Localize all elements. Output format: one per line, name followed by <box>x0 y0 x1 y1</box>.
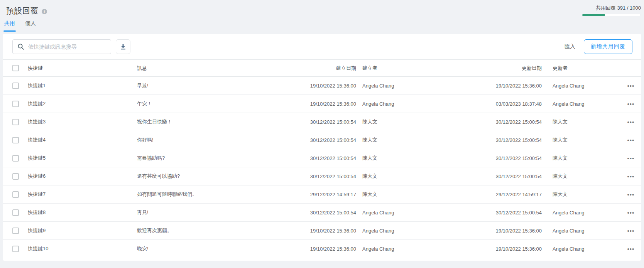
cell-message: 晚安! <box>137 240 295 258</box>
import-button[interactable]: 匯入 <box>561 40 579 53</box>
table-row: 快捷鍵8再見!30/12/2022 15:00:54Angela Chang30… <box>3 204 641 222</box>
row-actions-button[interactable]: ••• <box>626 226 636 236</box>
cell-created-by: 陳大文 <box>356 185 455 204</box>
cell-updated-by: Angela Chang <box>542 222 621 240</box>
cell-updated-date: 30/12/2022 15:00:54 <box>455 131 542 149</box>
table-row: 快捷鍵10晚安!19/10/2022 15:36:00Angela Chang1… <box>3 240 641 258</box>
row-actions-button[interactable]: ••• <box>626 153 636 163</box>
cell-message: 祝你生日快樂！ <box>137 113 295 131</box>
row-checkbox[interactable] <box>12 119 19 125</box>
cell-created-date: 30/12/2022 15:00:54 <box>295 204 356 222</box>
row-actions-button[interactable]: ••• <box>626 189 636 200</box>
table-header-row: 快捷鍵 訊息 建立日期 建立者 更新日期 更新者 <box>3 60 641 77</box>
usage-quota: 共用回覆 391 / 1000 <box>579 5 641 16</box>
row-checkbox[interactable] <box>12 137 19 143</box>
cell-created-date: 30/12/2022 15:00:54 <box>295 131 356 149</box>
cell-updated-by: Angela Chang <box>542 204 621 222</box>
cell-updated-date: 30/12/2022 15:00:54 <box>455 204 542 222</box>
usage-progress-fill <box>582 14 605 16</box>
info-icon[interactable]: i <box>42 9 47 14</box>
cell-updated-by: Angela Chang <box>542 77 621 95</box>
replies-table: 快捷鍵 訊息 建立日期 建立者 更新日期 更新者 快捷鍵1早晨!19/10/20… <box>3 59 641 258</box>
cell-updated-date: 19/10/2022 15:36:00 <box>455 222 542 240</box>
row-actions-button[interactable]: ••• <box>626 81 636 91</box>
cell-created-by: 陳大文 <box>356 167 455 185</box>
tab-shared[interactable]: 共用 <box>3 19 16 32</box>
table-row: 快捷鍵7如有問題可隨時聯絡我們。29/12/2022 14:59:17陳大文29… <box>3 185 641 204</box>
cell-created-date: 19/10/2022 15:36:00 <box>295 77 356 95</box>
cell-created-date: 29/12/2022 14:59:17 <box>295 185 356 204</box>
cell-created-date: 30/12/2022 15:00:54 <box>295 113 356 131</box>
row-checkbox[interactable] <box>12 246 19 252</box>
cell-updated-date: 30/12/2022 15:00:54 <box>455 167 542 185</box>
table-row: 快捷鍵6還有甚麼可以協助?30/12/2022 15:00:54陳大文30/12… <box>3 167 641 185</box>
row-checkbox[interactable] <box>12 155 19 162</box>
cell-updated-date: 30/12/2022 15:00:54 <box>455 149 542 167</box>
cell-updated-by: 陳大文 <box>542 113 621 131</box>
row-actions-button[interactable]: ••• <box>626 117 636 127</box>
cell-updated-by: Angela Chang <box>542 240 621 258</box>
cell-updated-date: 29/12/2022 14:59:17 <box>455 185 542 204</box>
cell-created-by: Angela Chang <box>356 240 455 258</box>
cell-created-date: 30/12/2022 15:00:54 <box>295 149 356 167</box>
row-actions-button[interactable]: ••• <box>626 99 636 109</box>
cell-created-by: 陳大文 <box>356 131 455 149</box>
content-card: 匯入 新增共用回覆 快捷鍵 訊息 建立日期 建立者 更新日期 更新者 快捷鍵1早… <box>3 34 641 261</box>
row-actions-button[interactable]: ••• <box>626 207 636 218</box>
cell-shortcut: 快捷鍵5 <box>28 149 137 167</box>
cell-shortcut: 快捷鍵9 <box>28 222 137 240</box>
table-row: 快捷鍵2午安！19/10/2022 15:36:00Angela Chang03… <box>3 95 641 113</box>
row-checkbox[interactable] <box>12 173 19 180</box>
cell-shortcut: 快捷鍵10 <box>28 240 137 258</box>
cell-shortcut: 快捷鍵3 <box>28 113 137 131</box>
cell-updated-date: 19/10/2022 15:36:00 <box>455 77 542 95</box>
cell-shortcut: 快捷鍵8 <box>28 204 137 222</box>
download-icon <box>120 43 127 50</box>
cell-message: 早晨! <box>137 77 295 95</box>
select-all-checkbox[interactable] <box>12 65 19 71</box>
cell-shortcut: 快捷鍵4 <box>28 131 137 149</box>
column-header-message: 訊息 <box>137 60 295 77</box>
cell-updated-by: 陳大文 <box>542 149 621 167</box>
row-actions-button[interactable]: ••• <box>626 171 636 182</box>
row-checkbox[interactable] <box>12 228 19 234</box>
cell-created-date: 30/12/2022 15:00:54 <box>295 167 356 185</box>
cell-updated-date: 30/12/2022 15:00:54 <box>455 113 542 131</box>
cell-updated-by: 陳大文 <box>542 185 621 204</box>
row-checkbox[interactable] <box>12 209 19 216</box>
cell-updated-date: 19/10/2022 15:36:00 <box>455 240 542 258</box>
cell-created-by: Angela Chang <box>356 95 455 113</box>
row-checkbox[interactable] <box>12 83 19 89</box>
page-header: 預設回覆 i 共用回覆 391 / 1000 共用 個人 <box>0 0 644 34</box>
search-input[interactable] <box>28 44 106 50</box>
cell-created-by: Angela Chang <box>356 77 455 95</box>
cell-updated-date: 03/03/2023 18:37:48 <box>455 95 542 113</box>
toolbar: 匯入 新增共用回覆 <box>3 34 641 59</box>
cell-created-by: 陳大文 <box>356 149 455 167</box>
cell-message: 午安！ <box>137 95 295 113</box>
cell-message: 再見! <box>137 204 295 222</box>
cell-message: 如有問題可隨時聯絡我們。 <box>137 185 295 204</box>
cell-shortcut: 快捷鍵2 <box>28 95 137 113</box>
column-header-updated-by: 更新者 <box>542 60 621 77</box>
cell-message: 歡迎再次惠顧。 <box>137 222 295 240</box>
row-checkbox[interactable] <box>12 101 19 107</box>
cell-created-by: Angela Chang <box>356 204 455 222</box>
usage-progress-track <box>582 14 641 16</box>
column-header-created-by: 建立者 <box>356 60 455 77</box>
download-button[interactable] <box>116 39 130 54</box>
cell-created-date: 19/10/2022 15:36:00 <box>295 222 356 240</box>
row-actions-button[interactable]: ••• <box>626 135 636 145</box>
add-shared-reply-button[interactable]: 新增共用回覆 <box>584 39 632 54</box>
search-box[interactable] <box>12 39 111 54</box>
row-checkbox[interactable] <box>12 191 19 198</box>
table-row: 快捷鍵5需要協助嗎?30/12/2022 15:00:54陳大文30/12/20… <box>3 149 641 167</box>
cell-shortcut: 快捷鍵7 <box>28 185 137 204</box>
table-row: 快捷鍵3祝你生日快樂！30/12/2022 15:00:54陳大文30/12/2… <box>3 113 641 131</box>
cell-updated-by: 陳大文 <box>542 167 621 185</box>
cell-message: 需要協助嗎? <box>137 149 295 167</box>
tab-personal[interactable]: 個人 <box>24 19 37 32</box>
column-header-created-date: 建立日期 <box>295 60 356 77</box>
row-actions-button[interactable]: ••• <box>626 244 636 254</box>
table-row: 快捷鍵4你好嗎!30/12/2022 15:00:54陳大文30/12/2022… <box>3 131 641 149</box>
